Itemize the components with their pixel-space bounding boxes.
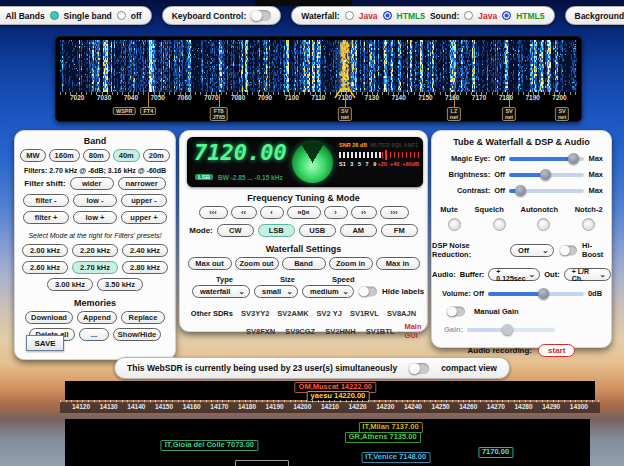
memories-showhide-button[interactable]: Show/Hide	[113, 328, 161, 341]
tune-down-fast-button[interactable]: ‹‹‹	[199, 206, 228, 219]
tune-up-med-button[interactable]: ››	[351, 206, 377, 219]
preset-2.40-button[interactable]: 2.40 kHz	[122, 244, 168, 257]
band3-waterfall[interactable]: IT,Milan 7137.00GR,Athens 7135.00IT,Gioi…	[65, 419, 590, 466]
band-160m-button[interactable]: 160m	[49, 149, 80, 162]
radio-sound-java[interactable]	[464, 11, 473, 20]
low-plus-button[interactable]: low +	[73, 211, 117, 224]
preset-2.80-button[interactable]: 2.80 kHz	[122, 261, 168, 274]
sdr-link[interactable]: SV8AJN	[387, 309, 416, 318]
memories-append-button[interactable]: Append	[77, 311, 117, 324]
slider-thumb[interactable]	[540, 169, 551, 180]
mode-lsb-button[interactable]: LSB	[258, 224, 295, 237]
manual-gain-toggle[interactable]	[447, 307, 465, 317]
preset-2.70-button[interactable]: 2.70 kHz	[72, 261, 118, 274]
mute-toggle[interactable]	[448, 218, 461, 231]
band-80m-button[interactable]: 80m	[83, 149, 110, 162]
mode-am-button[interactable]: AM	[340, 224, 377, 237]
autonotch-toggle[interactable]	[537, 218, 550, 231]
sdr-link[interactable]: SV1BTL	[366, 327, 395, 336]
upper-minus-button[interactable]: upper -	[121, 194, 167, 207]
radio-waterfall-off[interactable]	[117, 11, 126, 20]
waterfall-spectrum[interactable]	[60, 40, 577, 92]
preset-2.20-button[interactable]: 2.20 kHz	[72, 244, 118, 257]
compact-view-toggle[interactable]	[409, 363, 429, 374]
buffer-select[interactable]: + 0.125sec⌄	[488, 268, 540, 281]
station-label[interactable]: IT,Gioia del Colle 7073.00	[161, 440, 258, 451]
station-label[interactable]: 7170.00	[478, 447, 513, 458]
main-gui-link[interactable]: Main GUI	[404, 322, 427, 340]
magic-eye-slider[interactable]	[509, 157, 584, 161]
memories-download-button[interactable]: Download	[25, 311, 73, 324]
tune-down-button[interactable]: ‹	[260, 206, 284, 219]
hi-boost-toggle[interactable]	[560, 245, 577, 255]
sdr-link[interactable]: SV1RVL	[350, 309, 379, 318]
zoom-in-button[interactable]: Zoom in	[329, 257, 373, 270]
tune-down-med-button[interactable]: ‹‹	[231, 206, 257, 219]
radio-waterfall-html5[interactable]	[383, 11, 392, 20]
filter-minus-button[interactable]: filter -	[23, 194, 69, 207]
mode-fm-button[interactable]: FM	[381, 224, 418, 237]
slider-thumb[interactable]	[568, 153, 579, 164]
preset-3.00-button[interactable]: 3.00 kHz	[47, 278, 93, 291]
station-label[interactable]: GR,Athens 7135.00	[345, 432, 421, 443]
sdr-link[interactable]: SV2AMK	[277, 309, 308, 318]
squelch-toggle[interactable]	[493, 218, 506, 231]
band-20m-button[interactable]: 20m	[143, 149, 170, 162]
band-marker[interactable]: FT4	[141, 107, 157, 115]
station-label[interactable]: IT,Venice 7148.00	[361, 452, 430, 463]
recording-start-button[interactable]: start	[538, 344, 575, 357]
preset-2.60-button[interactable]: 2.60 kHz	[22, 261, 68, 274]
out-select[interactable]: + L/R Ch.⌄	[564, 268, 611, 281]
notch2-toggle[interactable]	[582, 218, 595, 231]
band-marker[interactable]: SV net	[555, 107, 569, 121]
waterfall-speed-select[interactable]: medium⌄	[302, 285, 354, 298]
zoom-out-button[interactable]: Zoom out	[235, 257, 279, 270]
band2-scale[interactable]: 1412014130141401415014160141701418014190…	[60, 402, 600, 413]
tune-up-fast-button[interactable]: ›››	[380, 206, 409, 219]
band-marker[interactable]: LZ net	[447, 107, 461, 121]
band-40m-button[interactable]: 40m	[113, 149, 140, 162]
max-out-button[interactable]: Max out	[188, 257, 232, 270]
band-zoom-button[interactable]: Band	[282, 257, 326, 270]
band-marker[interactable]: WSPR	[113, 107, 136, 115]
band-mw-button[interactable]: MW	[20, 149, 45, 162]
sdr-link[interactable]: SV2HNH	[325, 327, 355, 336]
low-minus-button[interactable]: low -	[73, 194, 117, 207]
band-marker[interactable]: SV net	[502, 107, 516, 121]
save-button[interactable]: SAVE	[26, 335, 64, 351]
slider-thumb[interactable]	[515, 185, 526, 196]
magic-eye-tube[interactable]	[292, 142, 333, 183]
preset-2.00-button[interactable]: 2.00 kHz	[22, 244, 68, 257]
memories-more-button[interactable]: ...	[79, 328, 109, 341]
sdr-link[interactable]: SV2 YJ	[317, 309, 342, 318]
preset-3.50-button[interactable]: 3.50 kHz	[97, 278, 143, 291]
sdr-link[interactable]: SV8FXN	[246, 327, 275, 336]
wider-button[interactable]: wider	[70, 177, 114, 190]
waterfall-type-select[interactable]: waterfall⌄	[192, 285, 250, 298]
band-marker[interactable]: FT8 JT65	[209, 107, 228, 121]
dsp-nr-select[interactable]: Off⌄	[510, 244, 554, 257]
waterfall-size-select[interactable]: small⌄	[254, 285, 298, 298]
contrast-slider[interactable]	[509, 189, 584, 193]
filter-plus-button[interactable]: filter +	[23, 211, 69, 224]
narrower-button[interactable]: narrower	[118, 177, 166, 190]
frequency-scale[interactable]: 7020703070407050706070707080709071007110…	[60, 92, 577, 104]
mode-cw-button[interactable]: CW	[217, 224, 254, 237]
band-marker[interactable]: SV net	[338, 107, 352, 121]
memories-replace-button[interactable]: Replace	[121, 311, 165, 324]
upper-plus-button[interactable]: upper +	[121, 211, 167, 224]
radio-waterfall-java[interactable]	[345, 11, 354, 20]
hide-labels-toggle[interactable]	[359, 287, 377, 297]
tune-zero-button[interactable]: »0«	[287, 206, 321, 219]
station-label-empty[interactable]	[235, 460, 289, 466]
keyboard-control-toggle[interactable]	[251, 10, 271, 21]
sdr-link[interactable]: SV3YY2	[241, 309, 269, 318]
mode-usb-button[interactable]: USB	[299, 224, 336, 237]
radio-sound-html5[interactable]	[502, 11, 511, 20]
brightness-slider[interactable]	[509, 173, 584, 177]
tune-up-button[interactable]: ›	[324, 206, 348, 219]
radio-single-band[interactable]	[50, 11, 59, 20]
sdr-link[interactable]: SV9CGZ	[285, 327, 315, 336]
slider-thumb[interactable]	[538, 288, 549, 299]
volume-slider[interactable]	[488, 292, 584, 296]
